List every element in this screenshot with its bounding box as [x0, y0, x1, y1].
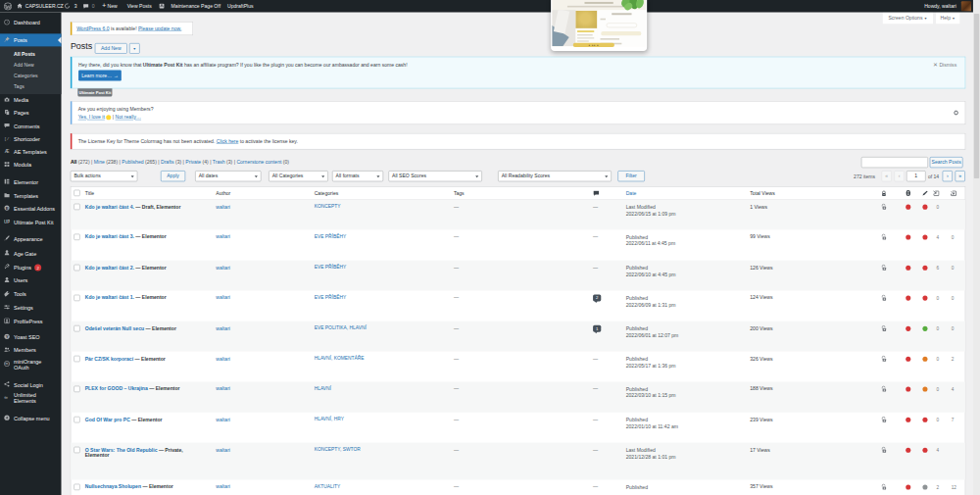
- svg-text:Æ: Æ: [5, 149, 10, 154]
- svg-text:[/]: [/]: [4, 136, 10, 141]
- svg-text:Y: Y: [6, 334, 9, 339]
- svg-text:∞: ∞: [4, 394, 8, 400]
- svg-text:UP: UP: [4, 220, 10, 224]
- svg-text:m: m: [5, 362, 8, 366]
- svg-text:E: E: [6, 206, 9, 211]
